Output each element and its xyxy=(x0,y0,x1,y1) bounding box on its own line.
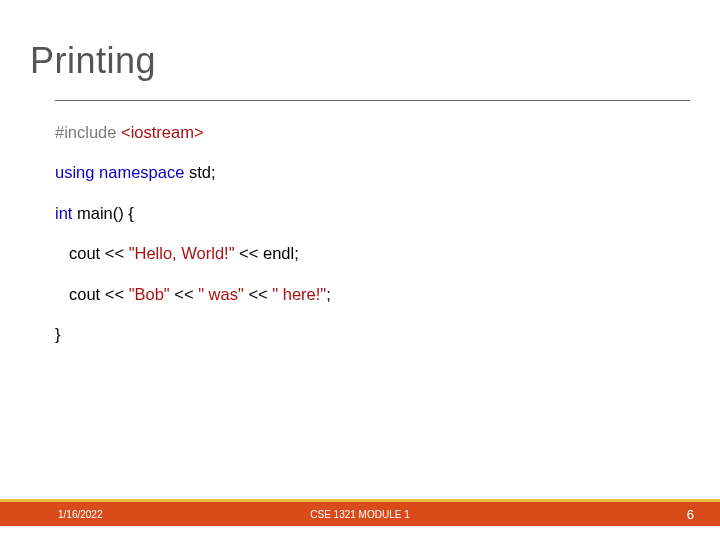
string-hello: "Hello, World!" xyxy=(129,244,235,262)
string-was: " was" xyxy=(198,285,244,303)
op-stream-2: << xyxy=(235,244,263,262)
slide: Printing #include <iostream> using names… xyxy=(0,0,720,540)
punct-semicolon-1: ; xyxy=(211,163,216,181)
slide-title: Printing xyxy=(0,0,720,92)
op-stream-3: << xyxy=(100,285,128,303)
op-stream-4: << xyxy=(170,285,198,303)
code-line-3: int main() { xyxy=(55,200,690,226)
op-stream-1: << xyxy=(100,244,128,262)
preprocessor-include: #include xyxy=(55,123,116,141)
code-line-2: using namespace std; xyxy=(55,159,690,185)
ident-main: main xyxy=(72,204,112,222)
ident-cout-1: cout xyxy=(69,244,100,262)
code-line-4: cout << "Hello, World!" << endl; xyxy=(55,240,690,266)
punct-semicolon-2: ; xyxy=(294,244,299,262)
keyword-int: int xyxy=(55,204,72,222)
string-bob: "Bob" xyxy=(129,285,170,303)
code-block: #include <iostream> using namespace std;… xyxy=(0,101,720,347)
keyword-using: using xyxy=(55,163,94,181)
footer-bar: 1/16/2022 CSE 1321 MODULE 1 6 xyxy=(0,502,720,526)
header-iostream: <iostream> xyxy=(116,123,203,141)
ident-endl: endl xyxy=(263,244,294,262)
footer-date: 1/16/2022 xyxy=(58,509,103,520)
ident-cout-2: cout xyxy=(69,285,100,303)
footer-page-number: 6 xyxy=(687,507,694,522)
code-line-6: } xyxy=(55,321,690,347)
string-here: " here!" xyxy=(272,285,326,303)
punct-semicolon-3: ; xyxy=(326,285,331,303)
ident-std: std xyxy=(184,163,211,181)
code-line-5: cout << "Bob" << " was" << " here!"; xyxy=(55,281,690,307)
punct-close-brace: } xyxy=(55,325,61,343)
keyword-namespace: namespace xyxy=(94,163,184,181)
footer-course: CSE 1321 MODULE 1 xyxy=(310,509,410,520)
op-stream-5: << xyxy=(244,285,272,303)
code-line-1: #include <iostream> xyxy=(55,119,690,145)
punct-parens-brace: () { xyxy=(113,204,134,222)
